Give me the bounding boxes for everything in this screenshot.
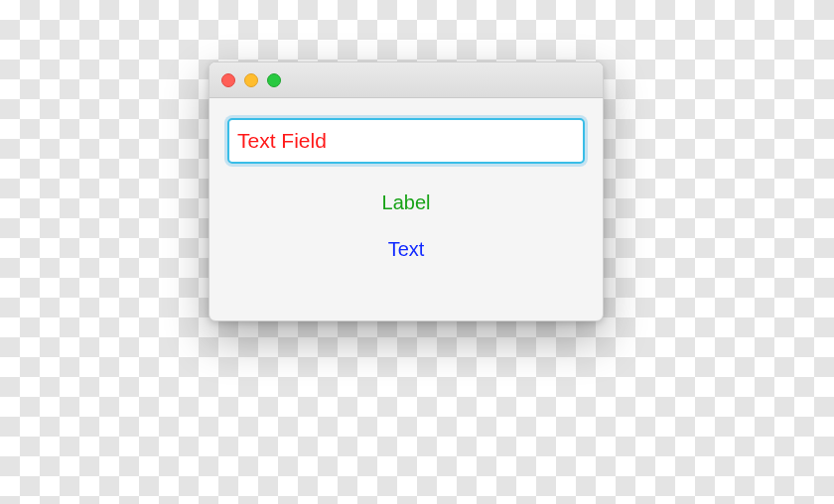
text-field[interactable] [227, 118, 585, 164]
label-text: Label [382, 191, 431, 214]
text-static: Text [388, 238, 425, 261]
window-content: Label Text [209, 98, 603, 271]
close-icon[interactable] [221, 73, 235, 87]
zoom-icon[interactable] [267, 73, 281, 87]
minimize-icon[interactable] [244, 73, 258, 87]
app-window: Label Text [208, 62, 604, 321]
titlebar [209, 63, 603, 98]
